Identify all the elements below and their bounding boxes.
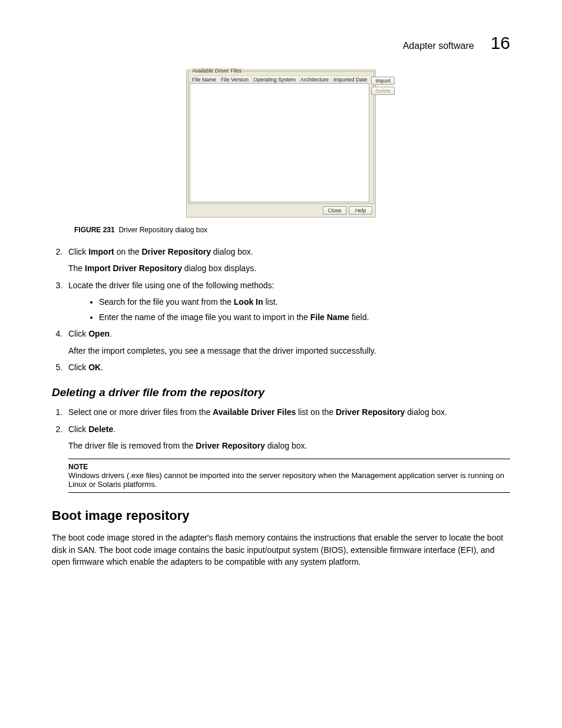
- import-button[interactable]: Import: [371, 77, 395, 85]
- help-button[interactable]: Help: [349, 206, 372, 215]
- t: Import: [88, 247, 114, 256]
- del-step-1: Select one or more driver files from the…: [65, 406, 510, 418]
- step-2: Click Import on the Driver Repository di…: [65, 246, 510, 275]
- t: Driver Repository: [196, 441, 265, 450]
- figure-label: FIGURE 231: [74, 226, 115, 234]
- t: The: [68, 263, 85, 273]
- t: Locate the driver file using one of the …: [68, 281, 274, 290]
- header-section-title: Adapter software: [403, 41, 474, 51]
- t: Delete: [88, 424, 113, 434]
- import-steps: Click Import on the Driver Repository di…: [52, 246, 510, 373]
- t: dialog box.: [265, 441, 308, 450]
- t: dialog box displays.: [182, 263, 256, 273]
- note-block: NOTE Windows drivers (.exe files) cannot…: [68, 459, 510, 493]
- t: list on the: [296, 407, 336, 417]
- t: Click: [68, 363, 88, 372]
- delete-steps: Select one or more driver files from the…: [52, 406, 510, 452]
- group-title: Available Driver Files: [191, 68, 243, 74]
- t: After the import completes, you see a me…: [68, 345, 510, 357]
- t: Driver Repository: [142, 247, 211, 256]
- driver-files-table: File Name File Version Operating System …: [190, 75, 369, 202]
- t: Enter the name of the image file you wan…: [99, 312, 310, 322]
- t: Available Driver Files: [213, 407, 296, 417]
- page-header: Adapter software 16: [52, 33, 510, 53]
- t: .: [101, 363, 103, 372]
- close-button[interactable]: Close: [323, 206, 346, 215]
- col-imported-date[interactable]: Imported Date: [331, 75, 369, 84]
- delete-button: Delete: [371, 87, 395, 95]
- t: .: [113, 424, 115, 434]
- bullet-1: Search for the file you want from the Lo…: [99, 296, 510, 308]
- t: OK: [88, 363, 101, 372]
- t: dialog box.: [211, 247, 253, 256]
- t: field.: [349, 312, 369, 322]
- step-3: Locate the driver file using one of the …: [65, 279, 510, 324]
- t: Click: [68, 247, 88, 256]
- boot-image-heading: Boot image repository: [52, 508, 510, 523]
- t: Click: [68, 424, 88, 434]
- t: Click: [68, 329, 88, 338]
- col-file-version[interactable]: File Version: [219, 75, 251, 84]
- t: .: [110, 329, 112, 338]
- deleting-heading: Deleting a driver file from the reposito…: [52, 386, 510, 399]
- note-label: NOTE: [68, 463, 510, 471]
- driver-repository-dialog: Available Driver Files File Name File Ve…: [186, 70, 376, 218]
- t: Search for the file you want from the: [99, 297, 234, 307]
- step-5: Click OK.: [65, 361, 510, 373]
- t: list.: [263, 297, 278, 307]
- boot-image-paragraph: The boot code image stored in the adapte…: [52, 532, 510, 568]
- col-file-name[interactable]: File Name: [190, 75, 219, 84]
- t: Driver Repository: [336, 407, 405, 417]
- available-driver-files-group: Available Driver Files File Name File Ve…: [188, 71, 374, 204]
- figure-text: Driver Repository dialog box: [118, 226, 207, 234]
- table-body-empty[interactable]: [190, 84, 369, 202]
- step-4: Click Open. After the import completes, …: [65, 328, 510, 357]
- figure-caption: FIGURE 231 Driver Repository dialog box: [74, 226, 510, 234]
- col-operating-system[interactable]: Operating System: [251, 75, 298, 84]
- t: on the: [114, 247, 142, 256]
- t: The driver file is removed from the: [68, 441, 196, 450]
- t: Look In: [234, 297, 263, 307]
- t: File Name: [310, 312, 349, 322]
- t: Select one or more driver files from the: [68, 407, 213, 417]
- note-text: Windows drivers (.exe files) cannot be i…: [68, 471, 510, 489]
- del-step-2: Click Delete. The driver file is removed…: [65, 423, 510, 452]
- col-architecture[interactable]: Architecture: [298, 75, 331, 84]
- t: dialog box.: [405, 407, 447, 417]
- t: Import Driver Repository: [85, 263, 182, 273]
- chapter-number: 16: [491, 33, 510, 53]
- t: Open: [88, 329, 110, 338]
- bullet-2: Enter the name of the image file you wan…: [99, 311, 510, 323]
